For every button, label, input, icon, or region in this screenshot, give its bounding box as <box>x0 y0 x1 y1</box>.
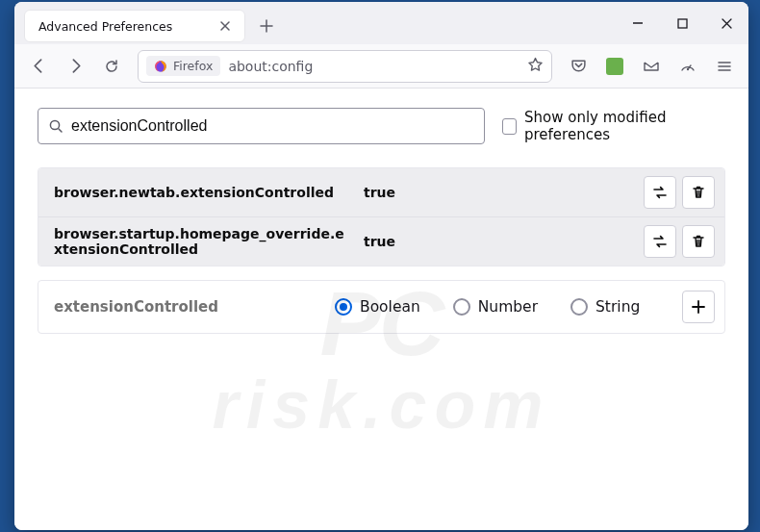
pref-row[interactable]: browser.newtab.extensionControlled true <box>38 168 724 216</box>
pref-name: browser.startup.homepage_override.extens… <box>54 226 352 257</box>
type-boolean-radio[interactable]: Boolean <box>335 298 420 316</box>
search-icon <box>48 118 63 134</box>
dashboard-button[interactable] <box>671 50 704 83</box>
identity-box[interactable]: Firefox <box>146 56 220 76</box>
modified-only-checkbox[interactable]: Show only modified preferences <box>502 109 725 143</box>
minimize-button[interactable] <box>616 4 660 42</box>
firefox-icon <box>154 60 167 73</box>
identity-label: Firefox <box>173 59 213 73</box>
type-string-radio[interactable]: String <box>570 298 640 316</box>
browser-window: Advanced Preferences <box>14 2 748 530</box>
delete-button[interactable] <box>682 176 715 209</box>
plus-icon <box>691 299 706 315</box>
pocket-button[interactable] <box>562 50 595 83</box>
titlebar: Advanced Preferences <box>14 2 748 44</box>
svg-rect-0 <box>678 19 687 28</box>
toggle-button[interactable] <box>644 176 676 209</box>
toggle-icon <box>651 184 669 201</box>
back-button[interactable] <box>22 50 55 83</box>
url-text: about:config <box>228 59 519 74</box>
trash-icon <box>691 234 706 249</box>
close-tab-icon[interactable] <box>215 16 235 36</box>
extension-button[interactable] <box>598 50 631 83</box>
pref-value: true <box>364 234 632 249</box>
bookmark-star-icon[interactable] <box>527 57 544 76</box>
radio-icon <box>335 298 352 316</box>
search-input[interactable] <box>71 117 474 135</box>
trash-icon <box>691 185 706 200</box>
extension-badge-icon <box>606 58 623 75</box>
radio-icon <box>570 298 588 316</box>
nav-toolbar: Firefox about:config <box>14 44 748 89</box>
new-pref-name: extensionControlled <box>54 298 323 316</box>
add-pref-button[interactable] <box>682 291 715 323</box>
pref-name: browser.newtab.extensionControlled <box>54 185 352 200</box>
toggle-icon <box>651 233 669 250</box>
maximize-button[interactable] <box>660 4 704 42</box>
search-input-wrapper[interactable] <box>38 108 485 144</box>
reload-button[interactable] <box>95 50 128 83</box>
about-config-content: Show only modified preferences browser.n… <box>14 89 748 530</box>
window-controls <box>616 4 748 42</box>
forward-button[interactable] <box>59 50 91 83</box>
tab-title: Advanced Preferences <box>38 19 208 34</box>
type-number-radio[interactable]: Number <box>453 298 538 316</box>
checkbox-icon <box>502 118 517 135</box>
svg-point-3 <box>50 120 59 129</box>
search-row: Show only modified preferences <box>38 108 725 144</box>
add-pref-row: extensionControlled Boolean Number Strin… <box>38 280 725 334</box>
app-menu-button[interactable] <box>708 50 741 83</box>
type-radio-group: Boolean Number String <box>335 298 671 316</box>
pref-row[interactable]: browser.startup.homepage_override.extens… <box>38 216 724 266</box>
delete-button[interactable] <box>682 225 715 258</box>
close-window-button[interactable] <box>704 4 748 42</box>
url-bar[interactable]: Firefox about:config <box>138 50 552 83</box>
browser-tab[interactable]: Advanced Preferences <box>24 10 245 42</box>
svg-point-2 <box>687 67 689 69</box>
toggle-button[interactable] <box>644 225 676 258</box>
modified-only-label: Show only modified preferences <box>524 109 725 143</box>
pref-value: true <box>364 185 632 200</box>
radio-label: String <box>595 298 640 316</box>
radio-label: Number <box>478 298 538 316</box>
inbox-button[interactable] <box>635 50 668 83</box>
radio-label: Boolean <box>360 298 420 316</box>
new-tab-button[interactable] <box>251 11 282 41</box>
pref-list: browser.newtab.extensionControlled true … <box>38 167 725 266</box>
radio-icon <box>453 298 470 316</box>
